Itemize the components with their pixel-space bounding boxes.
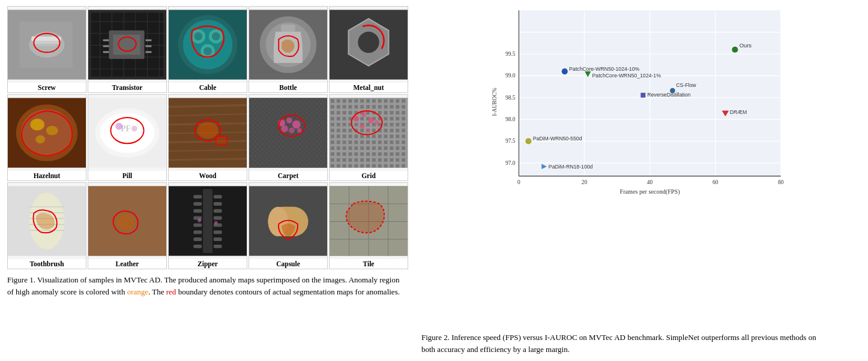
svg-rect-106 — [193, 202, 202, 206]
svg-point-49 — [30, 119, 44, 131]
svg-point-89 — [368, 118, 374, 124]
label-patchcore-10: PatchCore-WRN50-1024-10% — [569, 66, 640, 72]
svg-rect-41 — [281, 25, 295, 32]
grid-cell-toothbrush: Toothbrush — [7, 182, 86, 269]
label-pill: Pill — [88, 171, 166, 180]
label-zipper: Zipper — [169, 259, 247, 269]
svg-line-66 — [169, 159, 247, 160]
svg-point-35 — [194, 32, 202, 41]
svg-rect-104 — [203, 189, 212, 252]
point-patchcore-10 — [562, 68, 568, 74]
svg-rect-69 — [216, 136, 227, 145]
svg-point-36 — [212, 32, 220, 41]
svg-rect-120 — [214, 245, 222, 248]
svg-rect-26 — [146, 45, 152, 47]
svg-text:0: 0 — [517, 179, 520, 185]
label-transistor: Transistor — [88, 83, 166, 92]
svg-text:20: 20 — [582, 179, 588, 185]
svg-rect-22 — [103, 40, 109, 41]
label-csflow: CS-Flow — [676, 82, 696, 88]
svg-point-122 — [214, 221, 218, 225]
grid-cell-bottle: Bottle — [249, 6, 328, 93]
svg-point-78 — [292, 121, 301, 129]
svg-rect-110 — [193, 230, 202, 234]
svg-point-91 — [375, 121, 379, 125]
right-panel: 97.0 97.5 98.0 98.5 99.0 99.5 0 20 40 60… — [419, 6, 861, 355]
caption2-text: Figure 2. Inference speed (FPS) versus I… — [421, 333, 816, 354]
caption1-red: red — [166, 287, 176, 296]
figure2-caption: Figure 2. Inference speed (FPS) versus I… — [421, 332, 830, 355]
svg-point-79 — [289, 128, 295, 134]
svg-text:98.0: 98.0 — [505, 116, 516, 122]
svg-point-50 — [46, 126, 58, 136]
label-cable: Cable — [169, 83, 247, 92]
label-patchcore-1: PatchCore-WRN50_1024-1% — [592, 73, 662, 79]
caption1-suffix: boundary denotes contours of actual segm… — [176, 287, 400, 296]
svg-point-121 — [197, 219, 201, 222]
grid-cell-capsule: Capsule — [249, 182, 328, 269]
left-panel: Screw — [7, 6, 409, 355]
svg-point-37 — [203, 47, 212, 55]
svg-rect-105 — [193, 195, 202, 198]
svg-text:98.5: 98.5 — [505, 95, 516, 101]
grid-cell-grid: Grid — [329, 94, 408, 181]
point-revdist — [640, 93, 645, 98]
svg-text:80: 80 — [778, 179, 784, 185]
label-grid: Grid — [330, 171, 408, 180]
point-padim-wrn50 — [525, 138, 531, 144]
grid-cell-zipper: Zipper — [168, 182, 247, 269]
svg-point-88 — [361, 112, 366, 117]
point-ours — [732, 47, 738, 53]
svg-point-81 — [297, 128, 302, 133]
label-leather: Leather — [88, 259, 166, 269]
svg-rect-24 — [103, 51, 109, 53]
label-padim-wrn50: PaDiM-WRN50-550d — [533, 136, 582, 142]
svg-text:60: 60 — [713, 179, 719, 185]
grid-cell-tile: Tile — [329, 182, 408, 269]
grid-cell-metal-nut: Metal_nut — [329, 6, 408, 93]
label-wood: Wood — [169, 171, 247, 180]
svg-point-77 — [286, 118, 292, 124]
svg-rect-115 — [214, 209, 222, 213]
label-tile: Tile — [330, 259, 408, 269]
svg-text:99.0: 99.0 — [505, 73, 516, 79]
svg-point-56 — [115, 123, 122, 130]
svg-text:I-AUROC%: I-AUROC% — [492, 88, 498, 116]
grid-cell-hazelnut: Hazelnut — [7, 94, 86, 181]
svg-rect-107 — [193, 209, 202, 213]
caption1-orange: orange — [127, 287, 148, 296]
svg-rect-4 — [34, 41, 58, 44]
svg-text:97.5: 97.5 — [505, 138, 516, 144]
svg-text:Frames per second(FPS): Frames per second(FPS) — [620, 188, 680, 195]
label-metal-nut: Metal_nut — [330, 83, 408, 92]
svg-point-80 — [281, 125, 288, 133]
svg-text:40: 40 — [647, 179, 653, 185]
svg-rect-111 — [193, 237, 202, 241]
svg-rect-112 — [193, 245, 202, 248]
chart-container: 97.0 97.5 98.0 98.5 99.0 99.5 0 20 40 60… — [421, 6, 861, 328]
svg-point-92 — [366, 129, 370, 133]
svg-rect-109 — [193, 223, 202, 227]
label-carpet: Carpet — [249, 171, 327, 180]
svg-rect-116 — [214, 216, 222, 220]
svg-point-57 — [131, 126, 137, 132]
svg-text:97.0: 97.0 — [505, 160, 516, 166]
label-revdist: ReverseDistillation — [647, 92, 690, 98]
label-hazelnut: Hazelnut — [8, 171, 86, 180]
caption1-middle: . The — [148, 287, 166, 296]
label-ours: Ours — [740, 42, 752, 49]
svg-rect-5 — [36, 44, 56, 47]
image-grid: Screw — [7, 6, 409, 269]
figure1-caption: Figure 1. Visualization of samples in MV… — [7, 274, 403, 297]
label-toothbrush: Toothbrush — [8, 259, 86, 269]
grid-cell-wood: Wood — [168, 94, 247, 181]
svg-rect-27 — [146, 51, 152, 53]
label-capsule: Capsule — [249, 259, 327, 269]
svg-rect-23 — [103, 45, 109, 47]
svg-rect-114 — [214, 202, 222, 206]
svg-rect-113 — [214, 195, 222, 198]
grid-cell-transistor: Transistor — [88, 6, 167, 93]
svg-point-67 — [197, 122, 218, 139]
grid-cell-cable: Cable — [168, 6, 247, 93]
label-padim-rn18: PaDiM-RN18-100d — [549, 164, 593, 170]
